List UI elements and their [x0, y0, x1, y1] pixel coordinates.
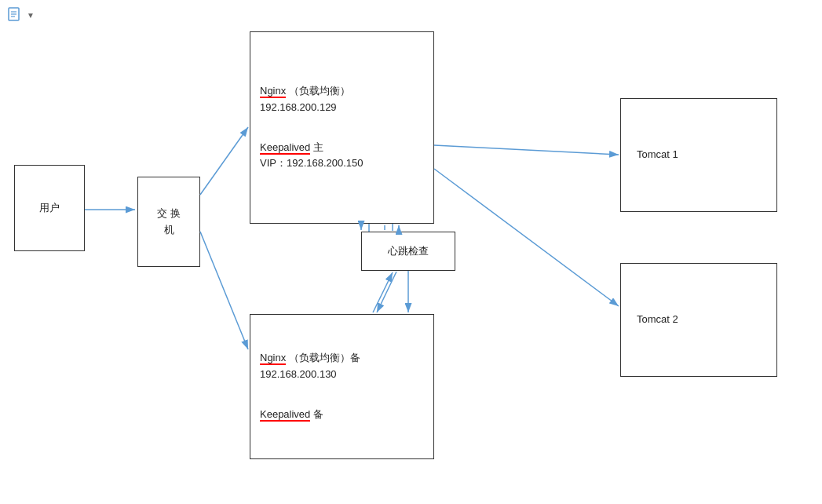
arrow-nginx-master-to-tomcat1 [434, 145, 619, 155]
nginx-backup-line1: Nginx （负载均衡）备 [260, 350, 424, 367]
nginx-master-line4: Keepalived 主 [260, 140, 424, 156]
toolbar: ▼ [6, 6, 35, 24]
user-label: 用户 [39, 200, 60, 217]
nginx-master-line5: VIP：192.168.200.150 [260, 155, 424, 172]
heartbeat-box: 心跳检查 [361, 232, 455, 271]
arrow-switch-to-nginx-master [200, 127, 248, 195]
switch-box: 交 换 机 [137, 177, 200, 267]
nginx-master-line1: Nginx （负载均衡） [260, 83, 424, 100]
switch-label: 交 换 机 [157, 206, 181, 239]
tomcat2-label: Tomcat 2 [637, 312, 678, 328]
arrow-backup-to-hb [373, 272, 393, 312]
arrow-nginx-master-to-tomcat2 [434, 169, 619, 306]
heartbeat-label: 心跳检查 [388, 243, 429, 260]
nginx-backup-box: Nginx （负载均衡）备 192.168.200.130 Keepalived… [250, 314, 434, 459]
nginx-master-box: Nginx （负载均衡） 192.168.200.129 Keepalived … [250, 31, 434, 224]
user-box: 用户 [14, 165, 85, 251]
nginx-master-line2: 192.168.200.129 [260, 100, 424, 116]
arrow-hb-to-backup [377, 272, 396, 312]
tomcat2-box: Tomcat 2 [620, 263, 777, 377]
tomcat1-label: Tomcat 1 [637, 147, 678, 163]
arrow-switch-to-nginx-backup [200, 232, 248, 349]
nginx-backup-line2: 192.168.200.130 [260, 367, 424, 383]
nginx-backup-line4: Keepalived 备 [260, 407, 424, 423]
toolbar-dropdown-icon[interactable]: ▼ [27, 11, 35, 20]
document-icon [6, 6, 24, 24]
tomcat1-box: Tomcat 1 [620, 98, 777, 212]
